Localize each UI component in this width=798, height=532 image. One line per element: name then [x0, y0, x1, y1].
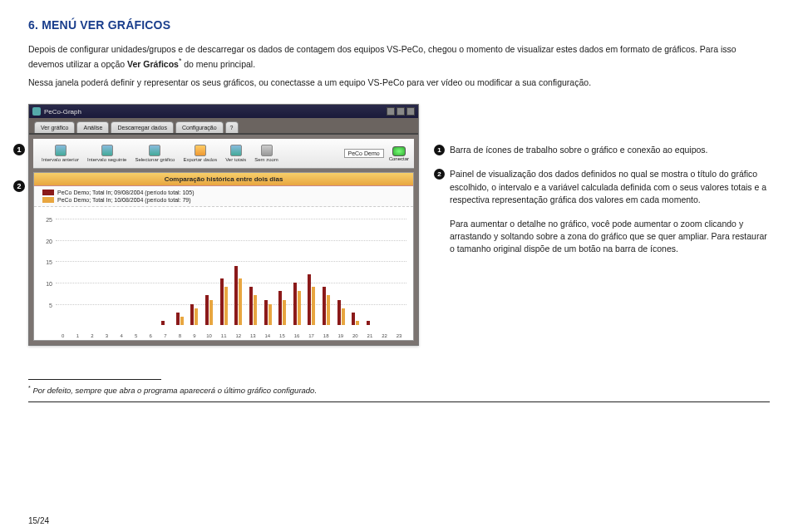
export-button[interactable]: Exportar dados [180, 143, 220, 164]
bar-series-2 [283, 300, 286, 326]
tab-ver-grafico[interactable]: Ver gráfico [34, 121, 75, 133]
x-tick-label: 23 [392, 333, 406, 338]
footnote: * Por defeito, sempre que abra o program… [28, 385, 770, 395]
device-select[interactable]: PeCo Demo [344, 149, 384, 158]
x-tick-label: 21 [362, 333, 377, 338]
prev-label: Intervalo anterior [42, 157, 79, 162]
x-tick-label: 17 [304, 333, 319, 338]
desc-item-3: Para aumentar o detalhe no gráfico, você… [434, 218, 770, 256]
bar-series-2 [268, 304, 272, 326]
bar-series-1 [323, 287, 326, 325]
totals-icon [230, 145, 242, 156]
section-heading: 6. MENÚ VER GRÁFICOS [28, 18, 770, 32]
bar-series-1 [234, 266, 238, 326]
y-tick-label: 25 [37, 217, 52, 223]
bar-series-1 [367, 321, 370, 325]
chart-area: Comparação histórica entre dois dias PeC… [33, 172, 414, 341]
x-tick-label: 10 [202, 333, 217, 338]
x-tick-label: 1 [71, 333, 86, 338]
x-tick-label: 7 [158, 333, 173, 338]
desc-text-2: Painel de visualização dos dados definid… [450, 168, 770, 206]
x-tick-label: 12 [231, 333, 246, 338]
prev-icon [55, 145, 66, 156]
x-tick-label: 16 [289, 333, 304, 338]
totals-label: Ver totais [225, 157, 246, 162]
minimize-button[interactable] [387, 107, 395, 116]
x-tick-label: 8 [173, 333, 188, 338]
bar-series-2 [195, 308, 198, 325]
connect-button[interactable]: Conectar [389, 146, 409, 161]
x-tick-label: 11 [216, 333, 231, 338]
bar-series-2 [209, 300, 213, 326]
callout-marker-2: 2 [13, 180, 25, 192]
x-tick-label: 15 [275, 333, 290, 338]
bar-series-2 [312, 287, 315, 325]
y-tick-label: 5 [37, 302, 52, 308]
select-chart-button[interactable]: Selecionar gráfico [131, 143, 178, 164]
tabbar: Ver gráfico Análise Descarregar dados Co… [29, 118, 418, 135]
footnote-asterisk: * [28, 385, 31, 391]
bar-series-1 [220, 278, 224, 325]
titlebar: PeCo-Graph [29, 105, 418, 118]
bar-series-1 [337, 300, 341, 326]
tab-configuracao[interactable]: Configuração [175, 121, 224, 133]
bar-series-2 [342, 308, 345, 325]
y-tick-label: 15 [37, 259, 52, 265]
page-number: 15/24 [28, 516, 49, 525]
bar-series-1 [264, 300, 268, 326]
bar-series-2 [180, 317, 184, 325]
legend-swatch-1 [42, 190, 54, 195]
export-icon [195, 145, 206, 156]
bar-series-1 [352, 313, 355, 325]
bar-series-2 [254, 295, 257, 325]
desc-num-2: 2 [434, 169, 445, 180]
legend-text-2: PeCo Demo; Total In; 10/08/2004 (período… [57, 197, 191, 203]
bar-series-1 [190, 304, 194, 326]
bar-series-2 [298, 291, 301, 325]
x-tick-label: 4 [114, 333, 129, 338]
bottom-rule [28, 401, 770, 402]
x-tick-label: 3 [100, 333, 115, 338]
next-icon [101, 145, 113, 156]
maximize-button[interactable] [397, 107, 405, 116]
bar-series-1 [161, 321, 165, 325]
app-window: PeCo-Graph Ver gráfico Análise Descarreg… [28, 104, 419, 346]
x-tick-label: 6 [143, 333, 158, 338]
tab-descarregar[interactable]: Descarregar dados [111, 121, 174, 133]
p1-b: do menu principal. [181, 59, 255, 69]
bar-series-2 [327, 295, 330, 325]
legend-text-1: PeCo Demo; Total In; 09/08/2004 (período… [57, 190, 194, 195]
export-label: Exportar dados [183, 157, 217, 162]
footnote-separator [28, 379, 161, 380]
intro-paragraph-2: Nessa janela poderá definir y representa… [28, 76, 770, 89]
tab-analise[interactable]: Análise [76, 121, 109, 133]
legend-swatch-2 [42, 197, 54, 203]
x-tick-label: 18 [318, 333, 333, 338]
desc-item-2: 2 Painel de visualização dos dados defin… [434, 168, 770, 206]
tab-help[interactable]: ? [225, 121, 239, 133]
x-tick-label: 0 [56, 333, 71, 338]
bar-series-2 [356, 321, 359, 325]
app-title: PeCo-Graph [41, 108, 385, 116]
app-icon [32, 107, 41, 116]
select-icon [149, 145, 160, 156]
x-tick-label: 5 [129, 333, 144, 338]
nozoom-button[interactable]: Sem zoom [251, 143, 282, 164]
nozoom-label: Sem zoom [254, 157, 278, 162]
x-tick-label: 2 [85, 333, 100, 338]
desc-num-1: 1 [434, 145, 445, 155]
chart-plot[interactable]: 510152025 012345678910111213141516171819… [34, 207, 413, 340]
bar-series-1 [176, 313, 180, 325]
next-interval-button[interactable]: Intervalo seguinte [84, 143, 130, 164]
x-tick-label: 9 [187, 333, 202, 338]
y-tick-label: 20 [37, 238, 52, 244]
close-button[interactable] [406, 107, 415, 116]
chart-legend: PeCo Demo; Total In; 09/08/2004 (período… [34, 186, 413, 207]
y-tick-label: 10 [37, 281, 52, 287]
prev-interval-button[interactable]: Intervalo anterior [38, 143, 82, 164]
connect-label: Conectar [389, 156, 409, 161]
totals-button[interactable]: Ver totais [222, 143, 249, 164]
intro-paragraph-1: Depois de configurar unidades/grupos e d… [28, 43, 770, 71]
figure-column: 1 2 PeCo-Graph Ver gráfico Análise Desca… [28, 104, 419, 346]
next-label: Intervalo seguinte [87, 157, 126, 162]
